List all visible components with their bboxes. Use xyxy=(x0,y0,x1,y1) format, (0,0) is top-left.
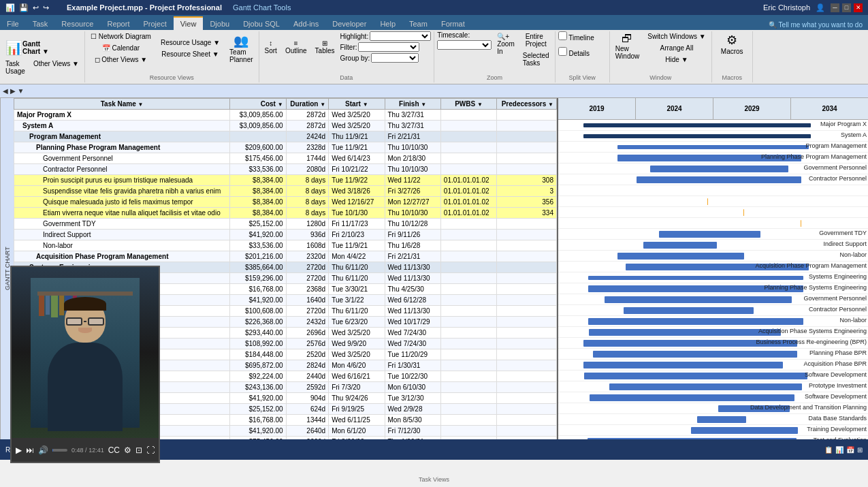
task-start: Wed 6/16/21 xyxy=(329,371,385,382)
task-duration: 2328d xyxy=(286,142,329,153)
table-row[interactable]: Planning Phase Program Management $209,6… xyxy=(14,142,557,153)
details-checkbox[interactable] xyxy=(558,47,567,56)
tab-djobu-sql[interactable]: Djobu SQL xyxy=(236,17,287,30)
tab-project[interactable]: Project xyxy=(136,17,173,30)
tab-djobu[interactable]: Djobu xyxy=(203,17,236,30)
split-view-label: Split View xyxy=(568,74,595,82)
table-row[interactable]: Suspendisse vitae felis gravida pharetra… xyxy=(14,186,557,197)
table-row[interactable]: System A $3,009,856.00 2872d Wed 3/25/20… xyxy=(14,121,557,131)
resource-usage-button[interactable]: Resource Usage ▼ xyxy=(158,37,223,48)
gantt-chart-button[interactable]: 📊 GanttChart ▼ xyxy=(3,38,52,57)
task-finish: Thu 4/25/30 xyxy=(385,284,440,295)
tab-team[interactable]: Team xyxy=(402,17,434,30)
other-views-task-button[interactable]: Other Views ▼ xyxy=(31,59,82,76)
video-progress-bar[interactable] xyxy=(52,449,67,452)
gantt-row-label: Program Management xyxy=(805,142,867,149)
task-finish: Mon 6/10/30 xyxy=(385,382,440,393)
table-row[interactable]: Major Program X $3,009,856.00 2872d Wed … xyxy=(14,110,557,121)
arrange-all-button[interactable]: Arrange All xyxy=(645,43,708,53)
cc-button[interactable]: CC xyxy=(108,445,120,455)
task-finish: Thu 10/12/28 xyxy=(385,219,440,230)
tell-me-input[interactable]: 🔍 Tell me what you want to do xyxy=(763,20,868,30)
play-button[interactable]: ▶ xyxy=(16,445,22,455)
macros-button[interactable]: ⚙ Macros xyxy=(718,31,746,57)
close-button[interactable]: ✕ xyxy=(854,3,863,12)
gantt-bar xyxy=(583,123,811,127)
settings-button[interactable]: ⚙ xyxy=(124,445,131,455)
tab-resource[interactable]: Resource xyxy=(54,17,100,30)
col-header-duration[interactable]: Duration ▼ xyxy=(286,99,329,110)
table-row[interactable]: Contractor Personnel $33,536.00 2080d Fr… xyxy=(14,164,557,175)
quick-undo[interactable]: ↩ xyxy=(33,3,39,12)
zoom-in-button[interactable]: 🔍+ZoomIn xyxy=(494,31,517,57)
table-row[interactable]: Acquisition Phase Program Management $20… xyxy=(14,251,557,262)
task-pwbs xyxy=(440,295,496,306)
volume-button[interactable]: 🔊 xyxy=(38,445,48,455)
quick-redo[interactable]: ↪ xyxy=(43,3,49,12)
status-icon-4[interactable]: ⊞ xyxy=(857,446,863,454)
tab-view[interactable]: View xyxy=(174,16,204,30)
quick-save[interactable]: 💾 xyxy=(19,3,29,12)
table-row[interactable]: Proin suscipit purus eu ipsum tristique … xyxy=(14,175,557,186)
selected-tasks-button[interactable]: SelectedTasks xyxy=(520,50,552,68)
table-row[interactable]: Government Personnel $175,456.00 1744d W… xyxy=(14,153,557,164)
table-row[interactable]: Program Management 2424d Thu 11/9/21 Fri… xyxy=(14,131,557,142)
task-usage-button[interactable]: TaskUsage xyxy=(3,59,28,76)
task-predecessors xyxy=(497,240,557,251)
table-row[interactable]: Quisque malesuada justo id felis maximus… xyxy=(14,197,557,208)
table-row[interactable]: Non-labor $33,536.00 1608d Tue 11/9/21 T… xyxy=(14,240,557,251)
status-icon-3[interactable]: 📅 xyxy=(846,446,854,454)
col-header-pwbs[interactable]: PWBS ▼ xyxy=(440,99,496,110)
ribbon-group-window: 🗗NewWindow Switch Windows ▼ Arrange All … xyxy=(610,31,712,82)
task-duration: 904d xyxy=(286,393,329,404)
task-name: Government TDY xyxy=(14,219,230,230)
fullscreen-button[interactable]: ⛶ xyxy=(146,445,155,455)
task-cost: $201,216.00 xyxy=(230,251,286,262)
network-diagram-button[interactable]: ☐ Network Diagram xyxy=(88,31,154,42)
tab-help[interactable]: Help xyxy=(373,17,402,30)
skip-button[interactable]: ⏭ xyxy=(26,445,34,455)
tab-addins[interactable]: Add-ins xyxy=(287,17,325,30)
timescale-select[interactable]: [5] Years xyxy=(437,40,492,50)
task-duration: 1608d xyxy=(286,240,329,251)
col-header-start[interactable]: Start ▼ xyxy=(329,99,385,110)
status-icon-2[interactable]: 📊 xyxy=(835,446,843,454)
gantt-row-label: Test and Evaluation xyxy=(813,437,867,439)
group-by-select[interactable]: PWBS xyxy=(371,53,419,63)
tab-format[interactable]: Format xyxy=(434,17,472,30)
filter-select[interactable]: [No Filter] xyxy=(358,42,419,52)
tab-developer[interactable]: Developer xyxy=(325,17,373,30)
tab-report[interactable]: Report xyxy=(100,17,136,30)
pip-button[interactable]: ⊡ xyxy=(135,445,142,455)
table-row[interactable]: Etiam viverra neque vitae nulla aliquet … xyxy=(14,208,557,219)
tab-task[interactable]: Task xyxy=(26,17,55,30)
col-header-cost[interactable]: Cost ▼ xyxy=(230,99,286,110)
window-controls[interactable]: ─ □ ✕ xyxy=(831,3,863,12)
switch-windows-button[interactable]: Switch Windows ▼ xyxy=(645,31,708,42)
tab-file[interactable]: File xyxy=(0,17,26,30)
minimize-button[interactable]: ─ xyxy=(831,3,839,12)
new-window-button[interactable]: 🗗NewWindow xyxy=(613,31,643,61)
video-controls[interactable]: ▶ ⏭ 🔊 0:48 / 12:41 CC ⚙ ⊡ ⛶ xyxy=(12,438,159,462)
sort-button[interactable]: ↕Sort xyxy=(262,38,280,56)
timeline-checkbox[interactable] xyxy=(558,31,567,40)
gantt-row-label: Government Personnel xyxy=(803,164,867,171)
col-header-predecessors[interactable]: Predecessors ▼ xyxy=(497,99,557,110)
col-header-taskname[interactable]: Task Name ▼ xyxy=(14,99,230,110)
table-row[interactable]: Government TDY $25,152.00 1280d Fri 11/1… xyxy=(14,219,557,230)
table-row[interactable]: Indirect Support $41,920.00 936d Fri 2/1… xyxy=(14,230,557,240)
resource-sheet-button[interactable]: Resource Sheet ▼ xyxy=(158,49,223,59)
highlight-select[interactable]: [No Highlight] xyxy=(370,31,431,41)
entire-project-button[interactable]: EntireProject xyxy=(523,31,549,49)
tables-button[interactable]: ⊞Tables xyxy=(312,38,338,56)
gantt-bar xyxy=(643,242,718,249)
team-planner-button[interactable]: 👥 TeamPlanner xyxy=(227,32,255,65)
calendar-button[interactable]: 📅 Calendar xyxy=(88,43,154,53)
restore-button[interactable]: □ xyxy=(842,3,851,12)
outline-button[interactable]: ≡Outline xyxy=(283,38,310,56)
col-header-finish[interactable]: Finish ▼ xyxy=(385,99,440,110)
hide-button[interactable]: Hide ▼ xyxy=(645,54,708,65)
task-finish: Thu 3/27/31 xyxy=(385,121,440,131)
status-icon-1[interactable]: 📋 xyxy=(824,446,833,454)
other-views-resource-button[interactable]: ◻ Other Views ▼ xyxy=(88,54,154,65)
